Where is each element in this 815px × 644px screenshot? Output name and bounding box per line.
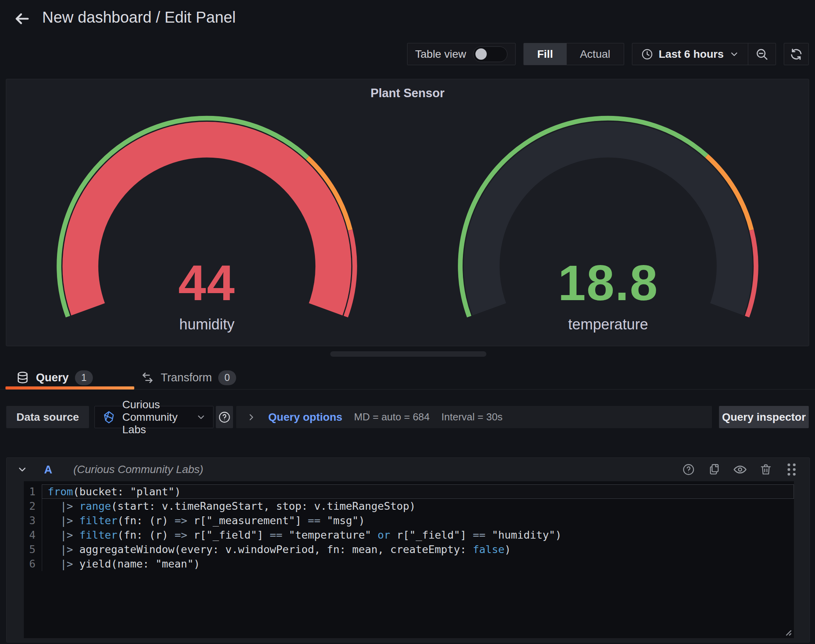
line-number: 3 bbox=[24, 513, 42, 528]
line-number: 1 bbox=[24, 484, 42, 499]
datasource-row: Data source Curious Community Labs Query… bbox=[6, 406, 809, 428]
time-range-label: Last 6 hours bbox=[659, 48, 724, 60]
toggle-knob bbox=[475, 48, 487, 60]
datasource-cube-icon bbox=[102, 410, 116, 424]
panel-plant-sensor[interactable]: Plant Sensor 44 humidity 18.8 temperatur… bbox=[6, 79, 809, 346]
tab-query[interactable]: Query 1 bbox=[13, 366, 95, 389]
table-view-toggle[interactable] bbox=[473, 46, 507, 62]
panel-title: Plant Sensor bbox=[6, 86, 809, 100]
eye-icon bbox=[733, 462, 747, 477]
drag-handle-icon[interactable] bbox=[784, 462, 799, 477]
code-line[interactable]: 4 |> filter(fn: (r) => r["_field"] == "t… bbox=[24, 528, 794, 542]
chevron-down-icon[interactable] bbox=[17, 464, 28, 475]
code-line[interactable]: 3 |> filter(fn: (r) => r["_measurement"]… bbox=[24, 513, 794, 528]
page-title: New dashboard / Edit Panel bbox=[42, 9, 236, 26]
grafana-edit-panel-screen: New dashboard / Edit Panel Table view Fi… bbox=[0, 0, 815, 644]
interval-text: Interval = 30s bbox=[441, 411, 503, 423]
gauges-container: 44 humidity 18.8 temperature bbox=[6, 102, 809, 346]
code-line-content[interactable]: |> filter(fn: (r) => r["_measurement"] =… bbox=[42, 513, 794, 528]
chevron-right-icon[interactable] bbox=[246, 412, 256, 422]
query-editor-container: A (Curious Community Labs) bbox=[6, 457, 810, 642]
gauge-humidity: 44 humidity bbox=[6, 102, 408, 346]
code-line[interactable]: 6 |> yield(name: "mean") bbox=[24, 557, 794, 571]
gauge-label-humidity: humidity bbox=[6, 316, 408, 333]
code-line-content[interactable]: from(bucket: "plant") bbox=[42, 484, 794, 499]
query-options-bar: Query options MD = auto = 684 Interval =… bbox=[236, 406, 712, 428]
tab-transform-badge: 0 bbox=[218, 370, 236, 385]
datasource-picker[interactable]: Curious Community Labs bbox=[94, 406, 214, 428]
gauge-label-temperature: temperature bbox=[408, 316, 809, 333]
flux-code-editor[interactable]: 1from(bucket: "plant")2 |> range(start: … bbox=[24, 481, 794, 638]
gauge-value-temperature: 18.8 bbox=[408, 254, 809, 311]
help-circle-icon bbox=[682, 463, 695, 476]
datasource-help-button[interactable] bbox=[216, 406, 233, 428]
query-actions bbox=[681, 462, 799, 477]
query-options-link[interactable]: Query options bbox=[268, 411, 342, 423]
editor-tabs: Query 1 Transform 0 bbox=[0, 366, 815, 390]
resize-grip-icon[interactable] bbox=[781, 625, 792, 637]
clock-icon bbox=[641, 48, 653, 60]
tab-transform-label: Transform bbox=[161, 371, 212, 384]
code-line[interactable]: 1from(bucket: "plant") bbox=[24, 484, 794, 499]
tab-query-badge: 1 bbox=[75, 370, 93, 385]
table-view-group: Table view bbox=[407, 43, 516, 65]
duplicate-query-button[interactable] bbox=[706, 462, 722, 477]
line-number: 4 bbox=[24, 528, 42, 542]
active-tab-underline bbox=[5, 386, 134, 390]
time-range-picker[interactable]: Last 6 hours bbox=[632, 43, 748, 65]
code-line-content[interactable]: |> range(start: v.timeRangeStart, stop: … bbox=[42, 499, 794, 513]
delete-query-button[interactable] bbox=[758, 462, 774, 477]
fill-actual-segmented: Fill Actual bbox=[523, 43, 624, 65]
tab-transform[interactable]: Transform 0 bbox=[138, 366, 238, 389]
panel-toolbar: Table view Fill Actual Last 6 hours bbox=[407, 43, 809, 65]
back-button[interactable] bbox=[12, 9, 32, 29]
actual-option[interactable]: Actual bbox=[567, 43, 624, 65]
line-number: 6 bbox=[24, 557, 42, 571]
datasource-name: Curious Community Labs bbox=[122, 398, 190, 436]
database-icon bbox=[16, 371, 30, 385]
fill-label: Fill bbox=[537, 48, 553, 60]
code-line-content[interactable]: |> aggregateWindow(every: v.windowPeriod… bbox=[42, 542, 794, 557]
query-ref-id: A bbox=[44, 463, 52, 476]
query-datasource-hint: (Curious Community Labs) bbox=[73, 463, 203, 476]
datasource-label: Data source bbox=[6, 406, 89, 428]
copy-icon bbox=[708, 463, 721, 476]
fill-option[interactable]: Fill bbox=[524, 43, 566, 65]
refresh-icon bbox=[789, 47, 803, 61]
refresh-group bbox=[784, 43, 809, 65]
toggle-visibility-button[interactable] bbox=[732, 462, 748, 477]
help-circle-icon bbox=[218, 411, 231, 424]
code-line[interactable]: 2 |> range(start: v.timeRangeStart, stop… bbox=[24, 499, 794, 513]
tab-query-label: Query bbox=[36, 371, 69, 384]
code-line-content[interactable]: |> filter(fn: (r) => r["_field"] == "tem… bbox=[42, 528, 794, 542]
max-data-points-text: MD = auto = 684 bbox=[354, 411, 430, 423]
chevron-down-icon bbox=[729, 49, 739, 59]
gauge-value-humidity: 44 bbox=[6, 254, 408, 311]
trash-icon bbox=[759, 463, 772, 476]
query-row-header[interactable]: A (Curious Community Labs) bbox=[7, 458, 810, 481]
table-view-label: Table view bbox=[415, 48, 466, 60]
panel-resize-handle[interactable] bbox=[330, 351, 486, 357]
search-minus-icon bbox=[755, 48, 769, 61]
transform-icon bbox=[141, 371, 155, 385]
gauge-temperature: 18.8 temperature bbox=[408, 102, 809, 346]
line-number: 2 bbox=[24, 499, 42, 513]
line-number: 5 bbox=[24, 542, 42, 557]
code-line-content[interactable]: |> yield(name: "mean") bbox=[42, 557, 794, 571]
code-lines: 1from(bucket: "plant")2 |> range(start: … bbox=[24, 484, 794, 571]
actual-label: Actual bbox=[580, 48, 610, 60]
zoom-out-time-button[interactable] bbox=[748, 43, 776, 65]
arrow-left-icon bbox=[13, 10, 31, 28]
time-range-group: Last 6 hours bbox=[632, 43, 776, 65]
refresh-button[interactable] bbox=[784, 43, 808, 65]
chevron-down-icon bbox=[196, 412, 206, 422]
code-line[interactable]: 5 |> aggregateWindow(every: v.windowPeri… bbox=[24, 542, 794, 557]
query-help-button[interactable] bbox=[681, 462, 696, 477]
query-inspector-button[interactable]: Query inspector bbox=[719, 406, 809, 428]
